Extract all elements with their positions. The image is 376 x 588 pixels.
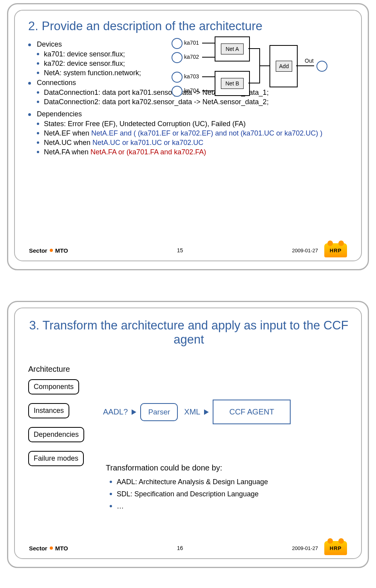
flow-xml: XML	[184, 407, 200, 416]
connector-line	[296, 65, 314, 66]
transformation-heading: Transformation could be done by:	[106, 463, 345, 472]
slide-title: 3. Transform the architecture and apply …	[28, 318, 349, 346]
sensor-node-icon	[172, 38, 183, 49]
footer-page-number: 15	[177, 247, 183, 253]
sensor-node-icon	[172, 72, 183, 83]
deps-prefix: NetA.FA when	[44, 148, 89, 156]
connector-line	[202, 76, 215, 77]
dot-icon	[50, 546, 53, 550]
footer-sector: Sector	[29, 247, 47, 254]
deps-prefix: NetA.UC when	[44, 139, 90, 147]
transformation-item: SDL: Specification and Description Langu…	[110, 490, 345, 498]
deps-rule-red: NetA.FA or (ka701.FA and ka702.FA)	[89, 148, 206, 156]
connector-line	[202, 43, 215, 43]
deps-line: NetA.EF when NetA.EF and ( (ka701.EF or …	[37, 129, 349, 138]
deps-rule-blue: NetA.UC or ka701.UC or ka702.UC	[90, 139, 203, 147]
sensor-label: ka702	[184, 54, 199, 60]
dependencies-heading-text: Dependencies	[37, 110, 82, 118]
transformation-section: Transformation could be done by: AADL: A…	[106, 463, 345, 514]
architecture-label: Architecture	[28, 365, 95, 374]
deps-rule-blue: NetA.EF and ( (ka701.EF or ka702.EF) and…	[89, 129, 322, 137]
footer-date: 2009-01-27	[292, 248, 318, 253]
dot-icon	[50, 249, 53, 252]
deps-line: NetA.UC when NetA.UC or ka701.UC or ka70…	[37, 139, 349, 147]
sensor-label: ka701	[184, 40, 199, 46]
arch-pill-components: Components	[28, 379, 79, 394]
net-box: Net A	[215, 36, 250, 62]
output-node-icon	[316, 61, 327, 72]
sensor-node-icon	[172, 52, 183, 63]
transformation-item: AADL: Architecture Analysis & Design Lan…	[110, 478, 345, 486]
arch-pill-dependencies: Dependencies	[28, 427, 84, 442]
slide-title: 2. Provide an description of the archite…	[28, 19, 349, 33]
flow-aadl: AADL?	[103, 407, 128, 416]
arch-pill-instances: Instances	[28, 403, 69, 418]
connections-heading-text: Connections	[37, 79, 76, 87]
deps-prefix: NetA.EF when	[44, 129, 89, 137]
connector-line	[248, 83, 260, 83]
arch-pill-failure-modes: Failure modes	[28, 451, 84, 466]
deps-line: NetA.FA when NetA.FA or (ka701.FA and ka…	[37, 148, 349, 156]
flow-parser-box: Parser	[140, 403, 178, 421]
footer-sector: Sector	[29, 545, 47, 552]
footer-page-number: 16	[177, 545, 183, 551]
net-label: Net B	[221, 78, 244, 89]
arrow-icon	[132, 409, 136, 415]
connector-line	[202, 57, 215, 58]
sensor-node-icon	[172, 86, 183, 97]
transformation-item: …	[110, 502, 345, 510]
net-box: Net B	[215, 71, 250, 96]
flow-row: AADL? Parser XML CCF AGENT	[103, 400, 291, 424]
footer-mto: MTO	[55, 247, 68, 254]
out-label: Out	[305, 58, 314, 64]
slide-inner-frame: 3. Transform the architecture and apply …	[14, 308, 362, 559]
flow-ccf-agent-box: CCF AGENT	[213, 400, 290, 424]
connector-line	[259, 65, 269, 66]
connector-line	[202, 90, 215, 91]
connector-line	[248, 48, 260, 49]
slide-footer: Sector MTO 15 2009-01-27 HRP	[29, 243, 347, 257]
net-label: Net A	[221, 43, 244, 54]
deps-states: States: Error Free (EF), Undetected Corr…	[37, 120, 349, 128]
add-label: Add	[276, 61, 292, 72]
arrow-icon	[204, 409, 209, 415]
footer-date: 2009-01-27	[292, 545, 318, 551]
hrp-logo-icon: HRP	[324, 243, 347, 257]
slide-footer: Sector MTO 16 2009-01-27 HRP	[29, 541, 347, 555]
dependencies-heading: Dependencies States: Error Free (EF), Un…	[28, 110, 349, 156]
architecture-column: Architecture Components Instances Depend…	[28, 365, 95, 466]
sensor-label: ka703	[184, 73, 199, 80]
sensor-label: ka704	[184, 87, 199, 94]
footer-mto: MTO	[55, 545, 68, 552]
add-box: Add	[269, 45, 298, 87]
hrp-logo-icon: HRP	[324, 541, 347, 555]
architecture-diagram: ka701 ka702 ka703 ka704 Net A Net B Add	[172, 38, 348, 109]
slide-16: 3. Transform the architecture and apply …	[0, 298, 376, 580]
devices-heading-text: Devices	[37, 40, 62, 48]
slide-inner-frame: 2. Provide an description of the archite…	[14, 10, 362, 261]
slide-15: 2. Provide an description of the archite…	[0, 0, 376, 282]
